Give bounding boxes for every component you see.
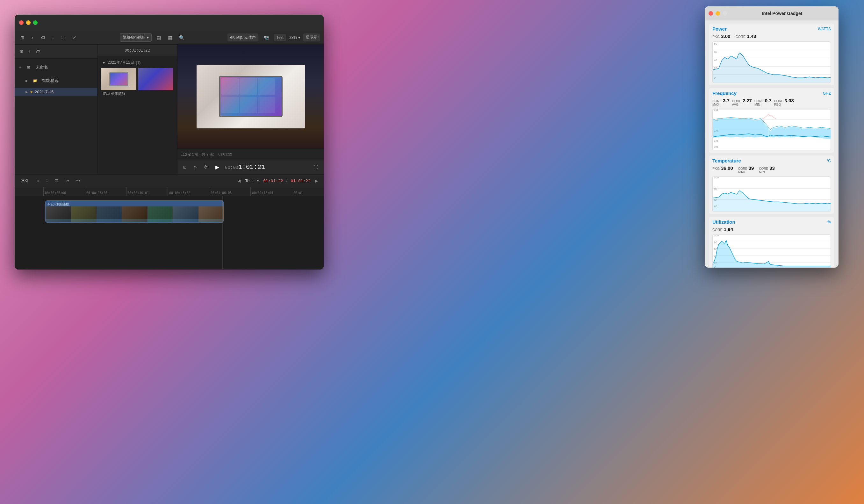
fcp-titlebar — [15, 15, 324, 31]
next-arrow[interactable]: ▶ — [313, 178, 320, 184]
frequency-unit: GHZ — [823, 91, 831, 96]
utilization-section: Utilization % CORE 1.94 100 80 60 — [709, 217, 834, 268]
clip-label-1: iPad 使用随航 — [101, 90, 136, 97]
freq-grid-5 — [713, 150, 830, 151]
checkmark-icon[interactable]: ✓ — [71, 34, 79, 41]
ruler-tick-2: 00:00:30:01 — [126, 187, 168, 196]
fcp-window: ⊞ ♪ 🏷 ↓ ⌘ ✓ 隐藏被拒绝的 ▾ ▤ ▦ 🔍 4K 60p, 立体声 📷… — [15, 15, 324, 269]
temp-min-value: 33 — [769, 165, 775, 171]
util-core-value: 1.94 — [724, 227, 733, 232]
thumbnail-ipad — [101, 68, 136, 90]
hidden-rejected-label: 隐藏被拒绝的 — [123, 35, 146, 40]
tick-label-2: 00:00:30:01 — [128, 191, 149, 195]
prev-arrow[interactable]: ◀ — [236, 178, 242, 184]
chevron-right2-icon: ▶ — [25, 90, 28, 94]
sidebar-item-project[interactable]: ▶ ★ 2021-7-15 — [15, 88, 97, 96]
power-fill — [713, 52, 830, 83]
folder-icon: 📁 — [30, 75, 40, 86]
index-tab[interactable]: 索引 — [19, 177, 31, 185]
timeline-header: 索引 🖥 ⊞ ☰ ⊡▾ ✂▾ ◀ Test ▾ 01:01:22 / 01:01… — [15, 175, 324, 187]
fullscreen-button[interactable] — [33, 20, 38, 25]
minimize-button[interactable] — [26, 20, 31, 25]
ipg-title: Intel Power Gadget — [730, 11, 835, 16]
grid2-icon: ⊞ — [24, 62, 34, 72]
viewer-status-left: 已选定 1 项（共 2 项）, 01:01:22 — [181, 152, 232, 157]
frequency-stats: COREMAX 3.7 COREAVG 2.27 COREMIN 0.7 COR… — [712, 98, 831, 106]
temp-max-value: 39 — [749, 165, 754, 171]
power-title: Power — [712, 26, 727, 32]
layout1-icon[interactable]: ▤ — [155, 34, 163, 41]
sidebar-tab-icon-2[interactable]: ♪ — [27, 48, 32, 55]
track-clip-1[interactable]: iPad 使用随航 — [45, 200, 224, 223]
ipg-minimize-button[interactable] — [716, 11, 720, 16]
chevron-right-icon: ▶ — [25, 79, 28, 83]
ruler-tick-0: 00:00:00:00 — [43, 187, 85, 196]
key-icon[interactable]: ⌘ — [59, 34, 68, 41]
temperature-header: Temperature °C — [712, 158, 831, 164]
sidebar-tab-icon-3[interactable]: 🏷 — [34, 48, 41, 55]
count-label: (1) — [136, 61, 141, 65]
temp-stat-min: COREMIN 33 — [759, 165, 775, 174]
tag-icon[interactable]: 🏷 — [38, 34, 47, 41]
viewer-controls: ⊡ ⚙ ⏱ ▶ 00:001:01:21 ⛶ — [178, 160, 324, 174]
layout2-icon[interactable]: ▦ — [166, 34, 174, 41]
sidebar-header: ⊞ ♪ 🏷 — [15, 45, 97, 59]
fcp-main: ⊞ ♪ 🏷 ▼ ⊞ 未命名 ▶ 📁 智能精选 — [15, 45, 324, 174]
tc-value: 1:01:21 — [238, 164, 265, 171]
blade-icon[interactable]: ✂▾ — [74, 178, 82, 184]
ipg-close-button[interactable] — [709, 11, 713, 16]
clip-item-1[interactable]: iPad 使用随航 — [101, 68, 136, 97]
sidebar-tab-icon-1[interactable]: ⊞ — [19, 48, 25, 55]
hidden-rejected-dropdown[interactable]: 隐藏被拒绝的 ▾ — [120, 33, 152, 42]
music-icon[interactable]: ♪ — [29, 34, 35, 41]
list-icon[interactable]: ☰ — [53, 178, 60, 184]
utilization-unit: % — [827, 220, 831, 224]
ipg-fullscreen-button[interactable] — [722, 11, 727, 16]
temp-min-label: COREMIN — [759, 167, 768, 174]
tick-label-4: 00:01:00:03 — [211, 191, 232, 195]
fullscreen-icon[interactable]: ⛶ — [312, 164, 320, 171]
temperature-stats: PKG 36.00 COREMAX 39 COREMIN 33 — [712, 165, 831, 174]
timeline-name-dropdown[interactable]: ▾ — [255, 178, 261, 184]
browser-content: ▼ 2021年7月11日 (1) — [97, 56, 177, 174]
crop-icon[interactable]: ⊡ — [181, 164, 188, 171]
play-button[interactable]: ▶ — [213, 163, 222, 171]
temp-pkg-label: PKG — [712, 167, 720, 170]
util-core-label: CORE — [712, 228, 722, 232]
clip-name: iPad 使用随航 — [47, 202, 70, 207]
tick-label-0: 00:00:00:00 — [45, 191, 66, 195]
monitor-icon[interactable]: 🖥 — [34, 178, 41, 184]
frequency-header: Frequency GHZ — [712, 91, 831, 96]
core-req-label: COREREQ — [774, 99, 783, 106]
search-icon[interactable]: 🔍 — [177, 34, 187, 41]
track-1: iPad 使用随航 — [18, 200, 321, 223]
power-stat-pkg: PKG 3.00 — [712, 34, 730, 39]
down-arrow-icon[interactable]: ↓ — [50, 34, 56, 41]
clip-item-2[interactable] — [138, 68, 173, 97]
utilization-title: Utilization — [712, 219, 735, 225]
viewer-mockup — [196, 65, 305, 128]
fcp-toolbar: ⊞ ♪ 🏷 ↓ ⌘ ✓ 隐藏被拒绝的 ▾ ▤ ▦ 🔍 4K 60p, 立体声 📷… — [15, 31, 324, 45]
transform-icon[interactable]: ⚙ — [191, 164, 199, 171]
grid3-icon[interactable]: ⊞ — [44, 178, 50, 184]
close-button[interactable] — [19, 20, 24, 25]
util-fill — [713, 241, 830, 268]
options-icon[interactable]: ⊡▾ — [62, 178, 71, 184]
utilization-chart: 100 80 60 40 20 0 — [712, 235, 831, 268]
fcp-browser: 00:01:01:22 ▼ 2021年7月11日 (1) — [97, 45, 177, 174]
project-label: 2021-7-15 — [35, 89, 53, 94]
temp-stat-max: COREMAX 39 — [738, 165, 754, 174]
speed-icon[interactable]: ⏱ — [202, 164, 209, 171]
frequency-title: Frequency — [712, 91, 736, 96]
ipad-screen — [110, 73, 128, 85]
chevron-group-icon: ▼ — [102, 61, 106, 65]
temperature-chart: 100 80 60 40 — [712, 177, 831, 212]
date-header[interactable]: ▼ 2021年7月11日 (1) — [100, 59, 175, 67]
camera-icon[interactable]: 📷 — [262, 34, 271, 41]
freq-stat-avg: COREAVG 2.27 — [732, 98, 752, 106]
grid-icon[interactable]: ⊞ — [19, 34, 26, 41]
pct-display: 23% ▾ — [289, 35, 300, 40]
sidebar-smart-collections[interactable]: ▶ 📁 智能精选 — [15, 74, 97, 87]
sidebar-item-unnamed[interactable]: ▼ ⊞ 未命名 — [15, 61, 97, 74]
sidebar-group-smart: ▶ 📁 智能精选 — [15, 74, 97, 87]
